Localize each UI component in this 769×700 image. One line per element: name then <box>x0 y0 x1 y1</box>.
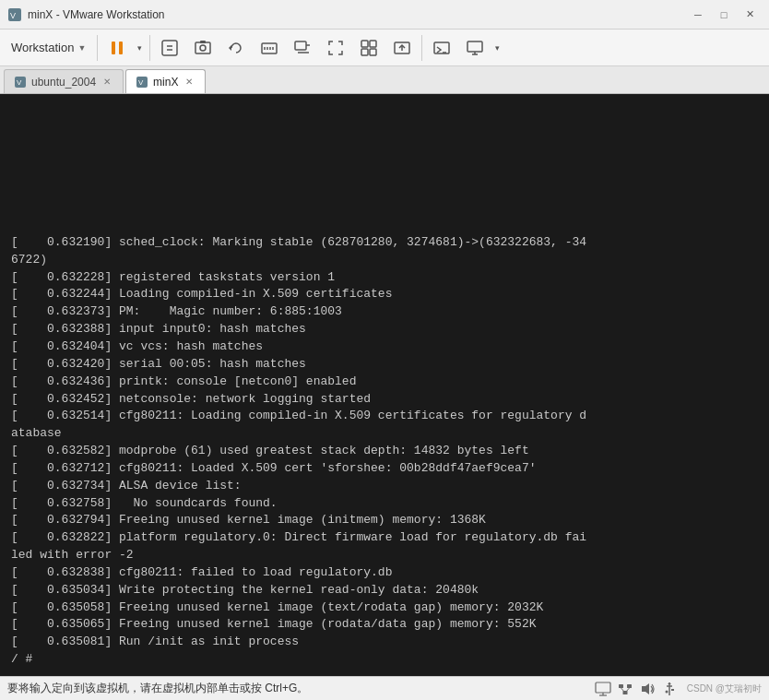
window-controls: ─ □ ✕ <box>686 5 762 25</box>
terminal-line: [ 0.632794] Freeing unused kernel image … <box>11 512 758 529</box>
pause-button[interactable] <box>101 32 133 64</box>
terminal-line: [ 0.632228] registered taskstats version… <box>11 269 758 287</box>
terminal-line: [ 0.632373] PM: Magic number: 6:885:1003 <box>11 303 758 321</box>
svg-text:V: V <box>138 78 144 87</box>
tab-minx[interactable]: V minX ✕ <box>125 69 206 93</box>
sound-status-icon[interactable] <box>639 681 656 697</box>
terminal-line: atabase <box>11 425 758 443</box>
svg-rect-34 <box>596 682 610 693</box>
svg-point-46 <box>665 690 668 693</box>
maximize-button[interactable]: □ <box>712 5 736 25</box>
svg-marker-47 <box>668 682 671 684</box>
tab-minx-close[interactable]: ✕ <box>183 76 195 89</box>
network-status-icon[interactable] <box>617 681 633 697</box>
terminal-line: [ 0.632582] modprobe (61) used greatest … <box>11 443 758 460</box>
watermark-text: CSDN @艾瑞初时 <box>687 682 762 695</box>
terminal-line: [ 0.632388] input input0: hash matches <box>11 321 758 338</box>
terminal-line: [ 0.632420] serial 00:05: hash matches <box>11 356 758 374</box>
svg-rect-22 <box>370 49 376 55</box>
svg-marker-10 <box>229 45 231 51</box>
terminal-line: [ 0.632822] platform regulatory.0: Direc… <box>11 529 758 547</box>
svg-rect-2 <box>112 42 115 54</box>
toolbar-separator-1 <box>97 35 98 61</box>
status-icons: CSDN @艾瑞初时 <box>595 681 762 697</box>
svg-rect-38 <box>627 684 632 688</box>
send-ctrlaltdel-button[interactable] <box>254 32 285 64</box>
svg-rect-4 <box>162 41 177 55</box>
terminal-line: [ 0.632244] Loading compiled-in X.509 ce… <box>11 286 758 303</box>
terminal-line: [ 0.632712] cfg80211: Loaded X.509 cert … <box>11 460 758 478</box>
tab-ubuntu-label: ubuntu_2004 <box>31 76 96 89</box>
terminal-line: 6722) <box>11 252 758 269</box>
display-dropdown-button[interactable]: ▾ <box>491 32 503 64</box>
toolbar-separator-2 <box>149 35 150 61</box>
terminal-output: [ 0.632190] sched_clock: Marking stable … <box>0 192 769 676</box>
workstation-menu[interactable]: Workstation ▼ <box>4 37 93 58</box>
terminal-line: [ 0.632758] No soundcards found. <box>11 495 758 513</box>
tabs-bar: V ubuntu_2004 ✕ V minX ✕ <box>0 66 769 94</box>
terminal-line: [ 0.632436] printk: console [netcon0] en… <box>11 374 758 391</box>
unity-button[interactable] <box>353 32 384 64</box>
terminal-line: [ 0.632452] netconsole: network logging … <box>11 391 758 409</box>
tab-ubuntu-icon: V <box>14 76 27 89</box>
svg-rect-37 <box>619 684 623 688</box>
terminal-line: [ 0.632734] ALSA device list: <box>11 478 758 495</box>
terminal-line: [ 0.635058] Freeing unused kernel image … <box>11 599 758 617</box>
snapshot-button[interactable] <box>187 32 219 64</box>
terminal-line: [ 0.632838] cfg80211: failed to load reg… <box>11 564 758 582</box>
title-bar: V minX - VMware Workstation ─ □ ✕ <box>0 0 769 30</box>
toolbar-separator-3 <box>421 35 422 61</box>
terminal-line: [ 0.635081] Run /init as init process <box>11 634 758 651</box>
terminal-line: [ 0.632190] sched_clock: Marking stable … <box>11 234 758 252</box>
svg-rect-20 <box>370 41 376 47</box>
tab-minx-label: minX <box>153 76 178 89</box>
window-title: minX - VMware Workstation <box>28 8 686 21</box>
tab-ubuntu[interactable]: V ubuntu_2004 ✕ <box>4 69 124 93</box>
power-button[interactable] <box>154 32 185 64</box>
terminal-line: [ 0.632404] vc vcs: hash matches <box>11 338 758 356</box>
resize-button[interactable] <box>386 32 418 64</box>
svg-rect-16 <box>295 42 306 50</box>
svg-rect-27 <box>467 42 482 52</box>
revert-button[interactable] <box>220 32 252 64</box>
terminal-line: led with error -2 <box>11 547 758 564</box>
svg-rect-7 <box>195 42 210 53</box>
svg-rect-45 <box>671 689 674 691</box>
svg-rect-3 <box>119 42 123 54</box>
display-button-group: ▾ <box>459 32 503 64</box>
vm-settings-button[interactable] <box>287 32 318 64</box>
close-button[interactable]: ✕ <box>738 5 762 25</box>
svg-rect-9 <box>200 41 206 43</box>
terminal-line: / # <box>11 651 758 669</box>
vmware-icon: V <box>7 7 22 22</box>
terminal-line: [ 0.632514] cfg80211: Loading compiled-i… <box>11 408 758 425</box>
status-bar: 要将输入定向到该虚拟机，请在虚拟机内部单击或按 Ctrl+G。 <box>0 676 769 700</box>
svg-rect-19 <box>361 41 368 47</box>
screen-status-icon[interactable] <box>595 681 611 697</box>
pause-button-group: ▾ <box>101 32 146 64</box>
workstation-label: Workstation <box>11 41 74 54</box>
svg-marker-42 <box>642 683 649 694</box>
toolbar: Workstation ▼ ▾ <box>0 30 769 66</box>
status-message: 要将输入定向到该虚拟机，请在虚拟机内部单击或按 Ctrl+G。 <box>7 681 595 696</box>
svg-rect-21 <box>361 49 368 55</box>
fullscreen-button[interactable] <box>320 32 351 64</box>
usb-status-icon[interactable] <box>661 681 678 697</box>
workstation-dropdown-arrow: ▼ <box>77 43 86 53</box>
minimize-button[interactable]: ─ <box>686 5 710 25</box>
tab-ubuntu-close[interactable]: ✕ <box>101 76 113 89</box>
terminal-line: [ 0.635034] Write protecting the kernel … <box>11 582 758 599</box>
svg-text:V: V <box>17 78 22 87</box>
display-button[interactable] <box>459 32 491 64</box>
tab-minx-icon: V <box>136 76 148 89</box>
console-button[interactable] <box>426 32 457 64</box>
vm-display-area[interactable]: [ 0.632190] sched_clock: Marking stable … <box>0 94 769 676</box>
terminal-line: [ 0.635065] Freeing unused kernel image … <box>11 616 758 634</box>
svg-rect-25 <box>434 42 449 53</box>
svg-point-8 <box>200 45 206 51</box>
pause-dropdown-button[interactable]: ▾ <box>133 32 146 64</box>
svg-text:V: V <box>10 11 16 20</box>
